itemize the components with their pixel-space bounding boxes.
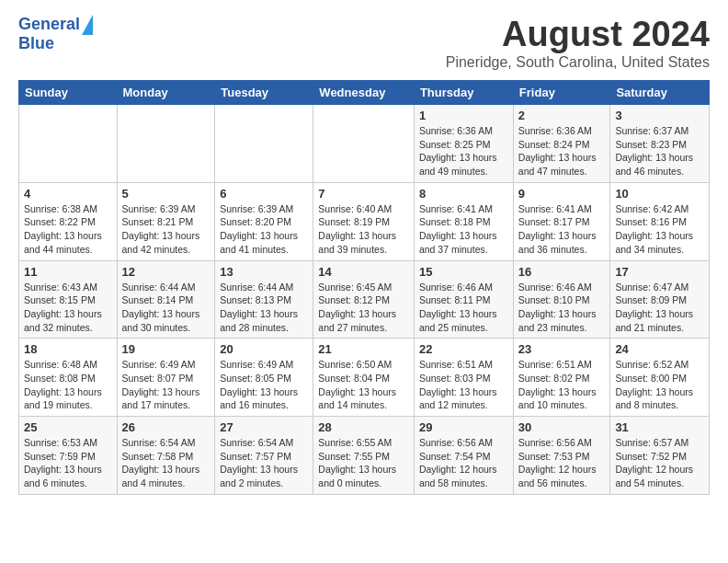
day-number: 14: [318, 265, 409, 279]
logo-text-line2: Blue: [18, 35, 54, 53]
day-number: 8: [419, 187, 508, 201]
day-number: 5: [122, 187, 210, 201]
day-number: 22: [419, 342, 508, 356]
day-info: Sunrise: 6:51 AM Sunset: 8:03 PM Dayligh…: [419, 358, 508, 412]
day-info: Sunrise: 6:45 AM Sunset: 8:12 PM Dayligh…: [318, 281, 409, 335]
table-cell: 3Sunrise: 6:37 AM Sunset: 8:23 PM Daylig…: [610, 105, 710, 183]
calendar-table: SundayMondayTuesdayWednesdayThursdayFrid…: [18, 80, 710, 495]
day-info: Sunrise: 6:56 AM Sunset: 7:53 PM Dayligh…: [518, 436, 606, 490]
table-cell: 22Sunrise: 6:51 AM Sunset: 8:03 PM Dayli…: [414, 339, 513, 417]
table-cell: 26Sunrise: 6:54 AM Sunset: 7:58 PM Dayli…: [117, 417, 215, 495]
logo-icon: [82, 15, 93, 35]
day-info: Sunrise: 6:52 AM Sunset: 8:00 PM Dayligh…: [615, 358, 704, 412]
day-number: 7: [318, 187, 409, 201]
title-area: August 2024 Pineridge, South Carolina, U…: [446, 15, 710, 71]
table-cell: 28Sunrise: 6:55 AM Sunset: 7:55 PM Dayli…: [313, 417, 415, 495]
day-info: Sunrise: 6:54 AM Sunset: 7:58 PM Dayligh…: [122, 436, 210, 490]
day-number: 11: [24, 265, 112, 279]
day-info: Sunrise: 6:41 AM Sunset: 8:17 PM Dayligh…: [518, 202, 606, 257]
day-info: Sunrise: 6:41 AM Sunset: 8:18 PM Dayligh…: [419, 202, 508, 257]
day-info: Sunrise: 6:39 AM Sunset: 8:21 PM Dayligh…: [122, 202, 210, 257]
table-cell: 8Sunrise: 6:41 AM Sunset: 8:18 PM Daylig…: [414, 182, 513, 260]
table-cell: 11Sunrise: 6:43 AM Sunset: 8:15 PM Dayli…: [19, 260, 118, 339]
day-info: Sunrise: 6:36 AM Sunset: 8:25 PM Dayligh…: [419, 124, 508, 178]
day-number: 13: [220, 265, 308, 279]
table-cell: 4Sunrise: 6:38 AM Sunset: 8:22 PM Daylig…: [19, 182, 118, 260]
day-number: 12: [122, 265, 210, 279]
week-row-1: 1Sunrise: 6:36 AM Sunset: 8:25 PM Daylig…: [19, 105, 710, 183]
table-cell: 29Sunrise: 6:56 AM Sunset: 7:54 PM Dayli…: [414, 417, 513, 495]
weekday-sunday: Sunday: [19, 81, 118, 105]
table-cell: 27Sunrise: 6:54 AM Sunset: 7:57 PM Dayli…: [215, 417, 313, 495]
table-cell: 31Sunrise: 6:57 AM Sunset: 7:52 PM Dayli…: [610, 417, 710, 495]
table-cell: 30Sunrise: 6:56 AM Sunset: 7:53 PM Dayli…: [513, 417, 610, 495]
table-cell: 13Sunrise: 6:44 AM Sunset: 8:13 PM Dayli…: [215, 260, 313, 339]
table-cell: 9Sunrise: 6:41 AM Sunset: 8:17 PM Daylig…: [513, 182, 610, 260]
day-info: Sunrise: 6:36 AM Sunset: 8:24 PM Dayligh…: [518, 124, 606, 178]
day-number: 2: [518, 109, 606, 122]
day-number: 9: [518, 187, 606, 201]
day-number: 23: [518, 342, 606, 356]
day-info: Sunrise: 6:44 AM Sunset: 8:14 PM Dayligh…: [122, 281, 210, 335]
table-cell: [117, 105, 215, 183]
logo-text-line1: General: [18, 16, 80, 34]
day-number: 6: [220, 187, 308, 201]
day-info: Sunrise: 6:51 AM Sunset: 8:02 PM Dayligh…: [518, 358, 606, 412]
day-info: Sunrise: 6:44 AM Sunset: 8:13 PM Dayligh…: [220, 281, 308, 335]
day-number: 18: [24, 342, 112, 356]
weekday-header-row: SundayMondayTuesdayWednesdayThursdayFrid…: [19, 81, 710, 105]
table-cell: 19Sunrise: 6:49 AM Sunset: 8:07 PM Dayli…: [117, 339, 215, 417]
weekday-friday: Friday: [513, 81, 610, 105]
table-cell: 24Sunrise: 6:52 AM Sunset: 8:00 PM Dayli…: [610, 339, 710, 417]
day-number: 16: [518, 265, 606, 279]
day-number: 31: [615, 420, 704, 434]
table-cell: 17Sunrise: 6:47 AM Sunset: 8:09 PM Dayli…: [610, 260, 710, 339]
table-cell: [313, 105, 415, 183]
weekday-wednesday: Wednesday: [313, 81, 415, 105]
day-number: 1: [419, 109, 508, 122]
day-number: 21: [318, 342, 409, 356]
table-cell: 10Sunrise: 6:42 AM Sunset: 8:16 PM Dayli…: [610, 182, 710, 260]
table-cell: 15Sunrise: 6:46 AM Sunset: 8:11 PM Dayli…: [414, 260, 513, 339]
weekday-tuesday: Tuesday: [215, 81, 313, 105]
day-info: Sunrise: 6:55 AM Sunset: 7:55 PM Dayligh…: [318, 436, 409, 490]
day-info: Sunrise: 6:37 AM Sunset: 8:23 PM Dayligh…: [615, 124, 704, 178]
table-cell: 25Sunrise: 6:53 AM Sunset: 7:59 PM Dayli…: [19, 417, 118, 495]
table-cell: 18Sunrise: 6:48 AM Sunset: 8:08 PM Dayli…: [19, 339, 118, 417]
day-number: 20: [220, 342, 308, 356]
day-info: Sunrise: 6:57 AM Sunset: 7:52 PM Dayligh…: [615, 436, 704, 490]
logo: General Blue: [18, 15, 93, 53]
day-number: 30: [518, 420, 606, 434]
week-row-2: 4Sunrise: 6:38 AM Sunset: 8:22 PM Daylig…: [19, 182, 710, 260]
table-cell: 20Sunrise: 6:49 AM Sunset: 8:05 PM Dayli…: [215, 339, 313, 417]
day-number: 19: [122, 342, 210, 356]
table-cell: 14Sunrise: 6:45 AM Sunset: 8:12 PM Dayli…: [313, 260, 415, 339]
day-info: Sunrise: 6:42 AM Sunset: 8:16 PM Dayligh…: [615, 202, 704, 257]
month-title: August 2024: [446, 15, 710, 54]
location-title: Pineridge, South Carolina, United States: [446, 54, 710, 71]
day-info: Sunrise: 6:48 AM Sunset: 8:08 PM Dayligh…: [24, 358, 112, 412]
page-header: General Blue August 2024 Pineridge, Sout…: [18, 15, 710, 71]
table-cell: 7Sunrise: 6:40 AM Sunset: 8:19 PM Daylig…: [313, 182, 415, 260]
day-info: Sunrise: 6:49 AM Sunset: 8:07 PM Dayligh…: [122, 358, 210, 412]
day-info: Sunrise: 6:50 AM Sunset: 8:04 PM Dayligh…: [318, 358, 409, 412]
table-cell: [215, 105, 313, 183]
day-number: 25: [24, 420, 112, 434]
day-info: Sunrise: 6:56 AM Sunset: 7:54 PM Dayligh…: [419, 436, 508, 490]
week-row-3: 11Sunrise: 6:43 AM Sunset: 8:15 PM Dayli…: [19, 260, 710, 339]
week-row-4: 18Sunrise: 6:48 AM Sunset: 8:08 PM Dayli…: [19, 339, 710, 417]
day-number: 26: [122, 420, 210, 434]
day-info: Sunrise: 6:43 AM Sunset: 8:15 PM Dayligh…: [24, 281, 112, 335]
table-cell: 2Sunrise: 6:36 AM Sunset: 8:24 PM Daylig…: [513, 105, 610, 183]
weekday-thursday: Thursday: [414, 81, 513, 105]
day-number: 24: [615, 342, 704, 356]
day-number: 27: [220, 420, 308, 434]
table-cell: 23Sunrise: 6:51 AM Sunset: 8:02 PM Dayli…: [513, 339, 610, 417]
day-info: Sunrise: 6:40 AM Sunset: 8:19 PM Dayligh…: [318, 202, 409, 257]
day-number: 15: [419, 265, 508, 279]
day-number: 29: [419, 420, 508, 434]
week-row-5: 25Sunrise: 6:53 AM Sunset: 7:59 PM Dayli…: [19, 417, 710, 495]
day-number: 28: [318, 420, 409, 434]
table-cell: 21Sunrise: 6:50 AM Sunset: 8:04 PM Dayli…: [313, 339, 415, 417]
day-info: Sunrise: 6:46 AM Sunset: 8:11 PM Dayligh…: [419, 281, 508, 335]
